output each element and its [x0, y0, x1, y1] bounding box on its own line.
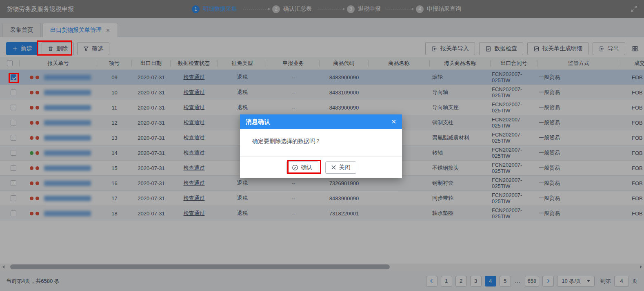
app-viewport: 货物劳务及服务退税申报 1 明细数据采集 2 确认汇总表 3 退税申报 4 申报… [0, 0, 644, 291]
dialog-message: 确定要删除选择的数据吗？ [240, 129, 402, 157]
confirm-button[interactable]: 确认 [286, 161, 318, 174]
confirm-button-label: 确认 [301, 164, 313, 171]
dialog-header: 消息确认 ✕ [240, 114, 402, 129]
close-button[interactable]: 关闭 [325, 161, 356, 174]
confirm-dialog: 消息确认 ✕ 确定要删除选择的数据吗？ 确认 关闭 [240, 114, 402, 178]
dialog-close-icon[interactable]: ✕ [391, 118, 396, 125]
close-button-label: 关闭 [339, 164, 351, 171]
circle-check-icon [292, 164, 298, 171]
dialog-footer: 确认 关闭 [240, 157, 402, 178]
dialog-title: 消息确认 [246, 118, 270, 126]
x-icon [331, 165, 336, 170]
